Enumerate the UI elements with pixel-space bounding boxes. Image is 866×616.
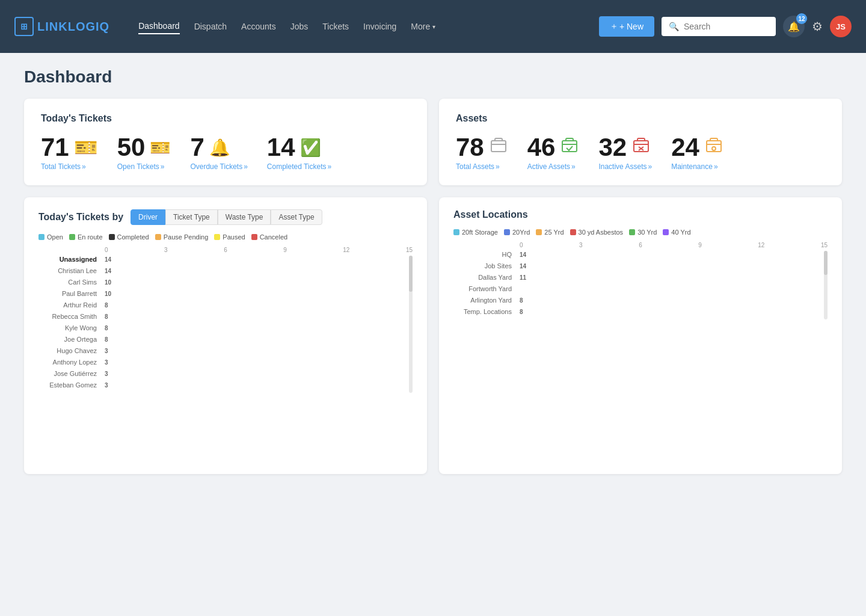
legend-open: Open xyxy=(38,233,63,241)
tickets-scrollbar xyxy=(409,256,413,393)
bar-count: 8 xyxy=(520,309,523,315)
tickets-scrollbar-thumb xyxy=(409,256,413,292)
bar-wrap: 14 xyxy=(102,268,405,274)
table-row: Dallas Yard11 xyxy=(453,274,820,281)
bar-count: 8 xyxy=(105,302,108,309)
bar-wrap: 8 xyxy=(102,325,405,331)
bar-row-label: Jose Gutiérrez xyxy=(38,370,102,377)
tickets-axis: 0 3 6 9 12 15 xyxy=(38,247,413,253)
nav-jobs[interactable]: Jobs xyxy=(290,19,309,34)
bar-wrap: 3 xyxy=(102,382,405,389)
legend-25yrd: 25 Yrd xyxy=(536,229,564,236)
search-box[interactable]: 🔍 xyxy=(662,17,776,36)
bar-wrap: 8 xyxy=(517,309,820,315)
table-row: Arlington Yard8 xyxy=(453,297,820,304)
total-tickets-label[interactable]: Total Tickets xyxy=(41,162,98,171)
asset-bars-container: HQ14Job Sites14Dallas Yard11Fortworth Ya… xyxy=(453,251,820,319)
tab-asset-type[interactable]: Asset Type xyxy=(271,209,322,225)
tickets-bars-container: Unassigned14Christian Lee14Carl Sims10Pa… xyxy=(38,256,405,393)
table-row: Temp. Locations8 xyxy=(453,308,820,315)
bar-wrap: 3 xyxy=(102,348,405,354)
assets-stats-row: 78 Total Assets 46 Active Assets xyxy=(456,135,825,171)
tickets-card: Today's Tickets 71 🎫 Total Tickets 50 🎫 … xyxy=(24,99,427,185)
tab-ticket-type[interactable]: Ticket Type xyxy=(165,209,218,225)
tickets-chart-card: Today's Tickets by Driver Ticket Type Wa… xyxy=(24,197,427,474)
bar-count: 8 xyxy=(105,336,108,343)
table-row: Anthony Lopez3 xyxy=(38,359,405,366)
table-row: Fortworth Yard xyxy=(453,285,820,292)
table-row: Esteban Gomez3 xyxy=(38,381,405,389)
bar-count: 3 xyxy=(105,371,108,377)
bar-wrap: 3 xyxy=(102,359,405,366)
nav-invoicing[interactable]: Invoicing xyxy=(363,19,396,34)
nav-dashboard[interactable]: Dashboard xyxy=(138,19,180,34)
top-cards-row: Today's Tickets 71 🎫 Total Tickets 50 🎫 … xyxy=(24,99,842,185)
maintenance-label[interactable]: Maintenance xyxy=(671,162,723,171)
legend-30yrd: 30 Yrd xyxy=(629,229,657,236)
logo-icon: ⊞ xyxy=(14,17,34,36)
bar-wrap: 14 xyxy=(517,251,820,258)
bar-count: 8 xyxy=(105,313,108,320)
legend-30yd-asbestos: 30 yd Asbestos xyxy=(570,229,624,236)
tab-driver[interactable]: Driver xyxy=(131,209,165,225)
total-assets-stat: 78 Total Assets xyxy=(456,135,508,171)
tickets-chart-body: Unassigned14Christian Lee14Carl Sims10Pa… xyxy=(38,256,413,393)
maintenance-stat: 24 Maintenance xyxy=(671,135,723,171)
inactive-assets-label[interactable]: Inactive Assets xyxy=(598,162,652,171)
asset-locations-header: Asset Locations xyxy=(453,209,828,220)
completed-tickets-label[interactable]: Completed Tickets xyxy=(267,162,331,171)
asset-locations-legend: 20ft Storage 20Yrd 25 Yrd 30 yd Asbestos… xyxy=(453,229,828,236)
legend-paused: Paused xyxy=(214,233,245,241)
inactive-assets-stat: 32 Inactive Assets xyxy=(598,135,652,171)
nav-dispatch[interactable]: Dispatch xyxy=(194,19,227,34)
open-tickets-label[interactable]: Open Tickets xyxy=(117,162,171,171)
legend-paused-dot xyxy=(214,234,220,240)
legend-40yrd-dot xyxy=(663,229,669,235)
notification-badge: 12 xyxy=(796,13,807,24)
bar-count: 10 xyxy=(105,279,111,286)
logo[interactable]: ⊞ LINKLOGIQ xyxy=(14,17,109,36)
legend-30yd-asbestos-dot xyxy=(570,229,576,235)
legend-pause-pending-dot xyxy=(155,234,161,240)
new-button[interactable]: ＋ + New xyxy=(599,16,654,37)
asset-scrollbar xyxy=(824,251,828,319)
inactive-assets-icon xyxy=(631,136,651,159)
chart-cards-row: Today's Tickets by Driver Ticket Type Wa… xyxy=(24,197,842,474)
maintenance-icon xyxy=(704,136,723,159)
bar-row-label: Arthur Reid xyxy=(38,301,102,309)
overdue-tickets-label[interactable]: Overdue Tickets xyxy=(190,162,247,171)
nav-more[interactable]: More ▾ xyxy=(411,19,435,34)
active-assets-label[interactable]: Active Assets xyxy=(527,162,580,171)
search-input[interactable] xyxy=(684,22,769,31)
active-assets-number: 46 xyxy=(527,135,556,160)
legend-enroute-dot xyxy=(69,234,75,240)
completed-tickets-stat: 14 ✅ Completed Tickets xyxy=(267,135,331,171)
table-row: Arthur Reid8 xyxy=(38,301,405,309)
nav-accounts[interactable]: Accounts xyxy=(241,19,276,34)
bar-count: 8 xyxy=(520,297,523,304)
bar-row-label: Paul Barrett xyxy=(38,290,102,297)
total-assets-label[interactable]: Total Assets xyxy=(456,162,508,171)
legend-open-dot xyxy=(38,234,45,240)
settings-button[interactable]: ⚙ xyxy=(812,19,823,34)
bar-row-label: Esteban Gomez xyxy=(38,381,102,389)
asset-locations-axis: 0 3 6 9 12 15 xyxy=(453,242,828,248)
table-row: Christian Lee14 xyxy=(38,267,405,274)
tickets-stats-row: 71 🎫 Total Tickets 50 🎫 Open Tickets 7 xyxy=(41,135,410,171)
notification-button[interactable]: 🔔 12 xyxy=(783,16,805,37)
legend-completed-dot xyxy=(109,234,115,240)
bar-count: 10 xyxy=(105,291,111,297)
nav-actions: ＋ + New 🔍 🔔 12 ⚙ JS xyxy=(599,16,852,37)
bar-row-label: Rebecca Smith xyxy=(38,313,102,320)
legend-pause-pending: Pause Pending xyxy=(155,233,209,241)
svg-point-10 xyxy=(712,147,716,150)
tab-waste-type[interactable]: Waste Type xyxy=(218,209,271,225)
bar-count: 14 xyxy=(520,251,526,258)
nav-tickets[interactable]: Tickets xyxy=(322,19,349,34)
bar-row-label: Anthony Lopez xyxy=(38,359,102,366)
bar-row-label: Christian Lee xyxy=(38,267,102,274)
table-row: Paul Barrett10 xyxy=(38,290,405,297)
asset-scrollbar-thumb xyxy=(824,251,828,275)
user-avatar[interactable]: JS xyxy=(830,16,852,37)
logo-text: LINKLOGIQ xyxy=(37,20,109,34)
